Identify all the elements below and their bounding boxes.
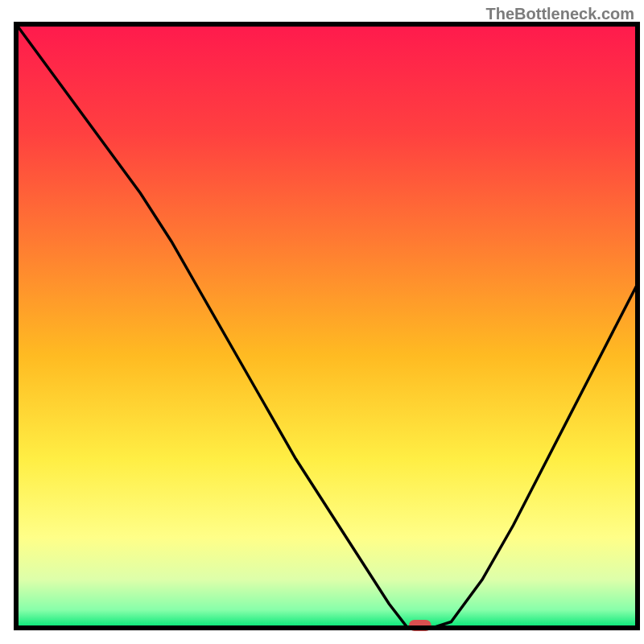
watermark-text: TheBottleneck.com — [486, 5, 634, 23]
plot-background — [16, 24, 638, 628]
chart-container: TheBottleneck.com — [0, 0, 644, 644]
chart-svg — [0, 0, 644, 644]
